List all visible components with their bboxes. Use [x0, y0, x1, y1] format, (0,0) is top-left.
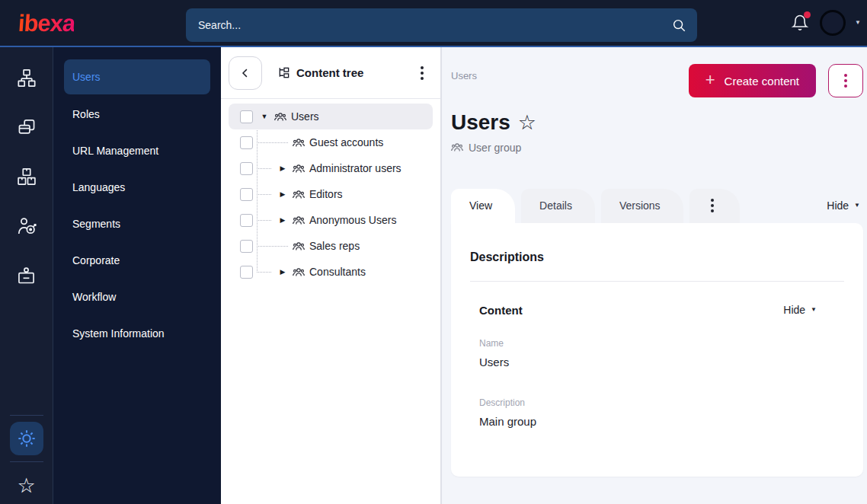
user-group-icon	[293, 266, 305, 278]
pages-icon	[16, 117, 37, 138]
tree-connector	[257, 194, 271, 195]
caret-right-icon[interactable]: ▶	[277, 165, 288, 172]
content-tree-title-text: Content tree	[296, 66, 363, 79]
user-menu-caret-icon[interactable]: ▼	[855, 20, 861, 26]
sidebar-item-system-information[interactable]: System Information	[64, 315, 210, 352]
caret-right-icon[interactable]: ▶	[277, 269, 288, 276]
sidebar-item-users[interactable]: Users	[64, 59, 210, 94]
settings-gear-icon	[17, 429, 37, 448]
tree-item-administrator-users[interactable]: ▶ Administrator users	[229, 155, 433, 181]
tree-checkbox[interactable]	[240, 240, 253, 253]
sidebar-item-roles[interactable]: Roles	[64, 96, 210, 132]
sidebar-item-label: Workflow	[72, 291, 116, 303]
caret-down-icon[interactable]: ▼	[259, 113, 270, 120]
tab-label: Versions	[619, 199, 661, 212]
kebab-icon	[711, 199, 714, 212]
collapse-tree-button[interactable]	[229, 56, 262, 90]
tree-checkbox[interactable]	[240, 136, 253, 149]
tree-options-button[interactable]	[418, 63, 427, 83]
caret-right-icon[interactable]: ▶	[277, 191, 288, 198]
caret-right-icon[interactable]: ▶	[277, 217, 288, 224]
create-content-button[interactable]: + Create content	[689, 64, 816, 97]
tree-checkbox[interactable]	[240, 188, 253, 201]
nav-product-catalog[interactable]	[15, 166, 38, 187]
chevron-left-icon	[238, 66, 252, 80]
sidebar-item-corporate[interactable]: Corporate	[64, 242, 210, 279]
bookmark-star-icon[interactable]: ☆	[518, 113, 536, 133]
content-tree-header: Content tree	[221, 47, 440, 99]
topbar: ibexa ▼	[0, 0, 867, 47]
tab-more-button[interactable]	[689, 189, 740, 223]
tab-bar: View Details Versions Hide ▼	[451, 189, 863, 223]
tree-checkbox[interactable]	[240, 162, 253, 175]
notification-badge	[804, 11, 811, 18]
tree-item-label: Anonymous Users	[309, 214, 396, 226]
field-label-name: Name	[479, 338, 844, 349]
tree-item-users[interactable]: ▼ Users	[229, 104, 433, 129]
field-value-name: Users	[479, 356, 844, 368]
tab-view[interactable]: View	[451, 189, 515, 223]
tree-checkbox[interactable]	[240, 110, 253, 123]
global-search[interactable]	[186, 8, 697, 42]
tab-details[interactable]: Details	[521, 189, 595, 223]
tree-item-anonymous-users[interactable]: ▶ Anonymous Users	[229, 207, 433, 233]
ibexa-logo[interactable]: ibexa	[18, 11, 75, 35]
sidebar-item-url-management[interactable]: URL Management	[64, 132, 210, 169]
search-input[interactable]	[197, 18, 671, 32]
page-options-button[interactable]	[828, 64, 863, 97]
tree-item-consultants[interactable]: ▶ Consultants	[229, 259, 433, 285]
settings-button[interactable]	[10, 422, 43, 455]
tab-label: View	[469, 199, 492, 212]
sidebar-item-label: Users	[72, 71, 101, 83]
tree-item-sales-reps[interactable]: Sales reps	[229, 233, 433, 259]
sidebar-item-workflow[interactable]: Workflow	[64, 279, 210, 315]
user-avatar[interactable]	[820, 10, 846, 36]
sidebar-item-languages[interactable]: Languages	[64, 169, 210, 206]
tree-item-label: Users	[291, 110, 319, 123]
main-content: Users + Create content Users ☆	[442, 47, 867, 504]
nav-admin[interactable]	[15, 265, 38, 286]
user-group-icon	[274, 111, 286, 123]
field-label-description: Description	[479, 397, 844, 408]
view-tab-card: Descriptions Content Hide ▼ Name Users D…	[451, 223, 863, 477]
sidebar-menu: Users Roles URL Management Languages Seg…	[53, 47, 221, 504]
tree-checkbox[interactable]	[240, 214, 253, 227]
app-window: ibexa ▼	[0, 0, 867, 504]
sidebar-item-segments[interactable]: Segments	[64, 206, 210, 242]
bookmarks-button[interactable]: ☆	[17, 476, 35, 496]
tree-connector	[257, 220, 271, 221]
sidebar-item-label: System Information	[72, 327, 165, 340]
content-structure-icon	[16, 68, 37, 88]
hide-label: Hide	[783, 304, 805, 316]
nav-personalization[interactable]	[15, 215, 38, 237]
rail-footer: ☆	[0, 409, 53, 504]
user-group-icon	[293, 241, 305, 252]
product-catalog-icon	[16, 167, 37, 187]
tree-item-editors[interactable]: ▶ Editors	[229, 181, 433, 207]
tree-connector	[257, 168, 271, 169]
tree-item-label: Consultants	[309, 266, 366, 278]
tree-checkbox[interactable]	[240, 266, 253, 279]
icon-rail: ☆	[0, 47, 53, 504]
sidebar-item-label: Corporate	[72, 254, 120, 266]
content-type-text: User group	[469, 142, 521, 154]
field-value-description: Main group	[479, 415, 844, 428]
divider	[470, 281, 844, 282]
nav-pages[interactable]	[15, 116, 38, 138]
content-tree: ▼ Users	[221, 99, 440, 504]
notifications-button[interactable]	[791, 13, 811, 33]
tree-item-guest-accounts[interactable]: Guest accounts	[229, 129, 433, 155]
nav-content-structure[interactable]	[15, 67, 38, 88]
tree-connector	[257, 142, 288, 143]
user-group-icon	[293, 189, 305, 200]
tab-label: Details	[539, 199, 572, 212]
content-section-toggle[interactable]: Hide ▼	[783, 304, 817, 316]
content-section-heading: Content	[479, 304, 523, 317]
caret-down-icon: ▼	[811, 307, 817, 313]
user-group-icon	[293, 215, 305, 226]
breadcrumb[interactable]: Users	[451, 70, 477, 81]
sidebar-item-label: Roles	[72, 108, 100, 120]
hide-all-toggle[interactable]: Hide ▼	[827, 199, 863, 212]
tab-versions[interactable]: Versions	[601, 189, 683, 223]
content-tree-panel: Content tree ▼ Users	[221, 47, 442, 504]
